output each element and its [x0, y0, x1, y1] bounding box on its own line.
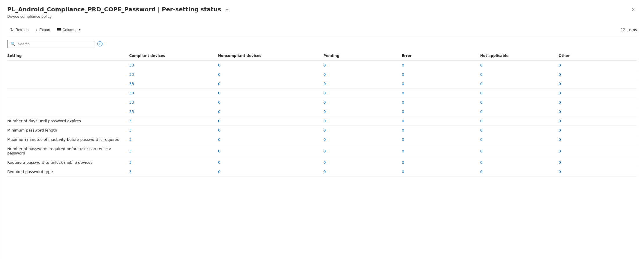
- cell-setting: Maximum minutes of inactivity before pas…: [7, 135, 129, 144]
- cell-error[interactable]: 0: [402, 60, 480, 70]
- cell-compliant[interactable]: 33: [129, 79, 218, 89]
- cell-pending[interactable]: 0: [323, 158, 402, 167]
- cell-not_applicable[interactable]: 0: [480, 89, 559, 98]
- cell-not_applicable[interactable]: 0: [480, 126, 559, 135]
- cell-compliant[interactable]: 33: [129, 98, 218, 107]
- cell-error[interactable]: 0: [402, 158, 480, 167]
- cell-error[interactable]: 0: [402, 98, 480, 107]
- cell-noncompliant[interactable]: 0: [218, 107, 323, 116]
- panel-title: PL_Android_Compliance_PRD_COPE_Password …: [7, 6, 221, 13]
- panel-subtitle: Device compliance policy: [7, 15, 637, 19]
- cell-not_applicable[interactable]: 0: [480, 107, 559, 116]
- cell-other[interactable]: 0: [559, 79, 637, 89]
- cell-pending[interactable]: 0: [323, 98, 402, 107]
- cell-not_applicable[interactable]: 0: [480, 158, 559, 167]
- cell-compliant[interactable]: 3: [129, 116, 218, 126]
- cell-compliant[interactable]: 3: [129, 158, 218, 167]
- col-header-noncompliant: Noncompliant devices: [218, 51, 323, 60]
- col-header-compliant: Compliant devices: [129, 51, 218, 60]
- cell-error[interactable]: 0: [402, 70, 480, 79]
- cell-error[interactable]: 0: [402, 135, 480, 144]
- cell-noncompliant[interactable]: 0: [218, 135, 323, 144]
- ellipsis-button[interactable]: ···: [224, 6, 231, 12]
- cell-error[interactable]: 0: [402, 126, 480, 135]
- cell-noncompliant[interactable]: 0: [218, 60, 323, 70]
- cell-other[interactable]: 0: [559, 167, 637, 177]
- cell-compliant[interactable]: 3: [129, 126, 218, 135]
- cell-error[interactable]: 0: [402, 144, 480, 158]
- cell-not_applicable[interactable]: 0: [480, 60, 559, 70]
- cell-noncompliant[interactable]: 0: [218, 126, 323, 135]
- export-button[interactable]: ↓ Export: [33, 26, 53, 34]
- cell-other[interactable]: 0: [559, 70, 637, 79]
- cell-pending[interactable]: 0: [323, 70, 402, 79]
- cell-noncompliant[interactable]: 0: [218, 79, 323, 89]
- cell-pending[interactable]: 0: [323, 126, 402, 135]
- cell-pending[interactable]: 0: [323, 135, 402, 144]
- cell-other[interactable]: 0: [559, 98, 637, 107]
- cell-other[interactable]: 0: [559, 60, 637, 70]
- columns-button[interactable]: Columns ▾: [54, 26, 83, 34]
- cell-pending[interactable]: 0: [323, 144, 402, 158]
- cell-not_applicable[interactable]: 0: [480, 98, 559, 107]
- table-row: 3300000: [7, 107, 637, 116]
- table-row: Minimum password length300000: [7, 126, 637, 135]
- export-icon: ↓: [36, 27, 38, 32]
- cell-other[interactable]: 0: [559, 126, 637, 135]
- cell-other[interactable]: 0: [559, 158, 637, 167]
- cell-other[interactable]: 0: [559, 107, 637, 116]
- table-header: Setting Compliant devices Noncompliant d…: [7, 51, 637, 60]
- cell-error[interactable]: 0: [402, 107, 480, 116]
- cell-error[interactable]: 0: [402, 116, 480, 126]
- table-body: 3300000330000033000003300000330000033000…: [7, 60, 637, 177]
- cell-pending[interactable]: 0: [323, 167, 402, 177]
- cell-compliant[interactable]: 3: [129, 167, 218, 177]
- cell-noncompliant[interactable]: 0: [218, 70, 323, 79]
- cell-compliant[interactable]: 33: [129, 70, 218, 79]
- cell-error[interactable]: 0: [402, 79, 480, 89]
- cell-error[interactable]: 0: [402, 89, 480, 98]
- info-icon[interactable]: i: [97, 41, 102, 46]
- cell-noncompliant[interactable]: 0: [218, 116, 323, 126]
- cell-other[interactable]: 0: [559, 89, 637, 98]
- search-box[interactable]: 🔍: [7, 40, 94, 48]
- cell-setting: [7, 70, 129, 79]
- cell-setting: [7, 107, 129, 116]
- cell-noncompliant[interactable]: 0: [218, 98, 323, 107]
- cell-not_applicable[interactable]: 0: [480, 79, 559, 89]
- cell-pending[interactable]: 0: [323, 79, 402, 89]
- cell-not_applicable[interactable]: 0: [480, 167, 559, 177]
- cell-pending[interactable]: 0: [323, 116, 402, 126]
- cell-not_applicable[interactable]: 0: [480, 116, 559, 126]
- cell-error[interactable]: 0: [402, 167, 480, 177]
- search-container: 🔍 i: [7, 40, 637, 48]
- cell-not_applicable[interactable]: 0: [480, 135, 559, 144]
- cell-other[interactable]: 0: [559, 116, 637, 126]
- cell-other[interactable]: 0: [559, 144, 637, 158]
- cell-compliant[interactable]: 3: [129, 144, 218, 158]
- cell-noncompliant[interactable]: 0: [218, 144, 323, 158]
- cell-noncompliant[interactable]: 0: [218, 167, 323, 177]
- cell-compliant[interactable]: 3: [129, 135, 218, 144]
- cell-pending[interactable]: 0: [323, 89, 402, 98]
- columns-icon: [57, 28, 61, 31]
- cell-not_applicable[interactable]: 0: [480, 70, 559, 79]
- cell-pending[interactable]: 0: [323, 60, 402, 70]
- cell-pending[interactable]: 0: [323, 107, 402, 116]
- panel-header: PL_Android_Compliance_PRD_COPE_Password …: [7, 6, 637, 13]
- cell-setting: Required password type: [7, 167, 129, 177]
- cell-not_applicable[interactable]: 0: [480, 144, 559, 158]
- close-button[interactable]: ×: [629, 6, 637, 13]
- cell-noncompliant[interactable]: 0: [218, 158, 323, 167]
- toolbar-actions: ↻ Refresh ↓ Export Columns ▾: [7, 26, 83, 34]
- search-input[interactable]: [18, 42, 91, 46]
- export-label: Export: [39, 28, 51, 32]
- cell-setting: Number of passwords required before user…: [7, 144, 129, 158]
- cell-compliant[interactable]: 33: [129, 107, 218, 116]
- data-table: Setting Compliant devices Noncompliant d…: [7, 51, 637, 177]
- cell-noncompliant[interactable]: 0: [218, 89, 323, 98]
- refresh-button[interactable]: ↻ Refresh: [7, 26, 32, 34]
- cell-compliant[interactable]: 33: [129, 89, 218, 98]
- cell-compliant[interactable]: 33: [129, 60, 218, 70]
- cell-other[interactable]: 0: [559, 135, 637, 144]
